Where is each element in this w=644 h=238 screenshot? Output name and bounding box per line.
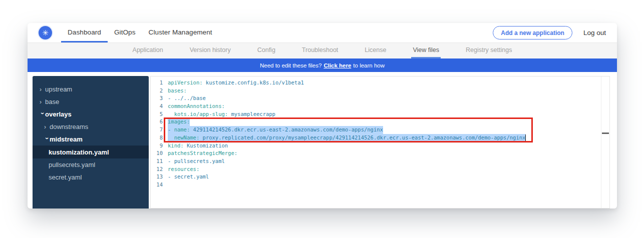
code-line: 14 <box>151 181 609 189</box>
code-text: patchesStrategicMerge: <box>168 150 237 158</box>
code-text: resources: <box>168 166 199 174</box>
editor-scrollbar-track <box>601 76 601 208</box>
tree-folder-overlays[interactable]: ›overlays <box>33 108 149 120</box>
admin-console-window: ✳ DashboardGitOpsCluster Management Add … <box>28 23 617 208</box>
line-number: 14 <box>151 181 168 189</box>
chevron-right-icon: › <box>40 98 45 106</box>
line-number: 1 <box>151 79 168 87</box>
tree-item-label: secret.yaml <box>49 174 82 181</box>
code-line: 8 newName: proxy.replicated.com/proxy/my… <box>151 134 609 142</box>
view-files-content: ›upstream›base›overlays›downstreams›mids… <box>28 72 617 208</box>
code-text-selected: newName: proxy.replicated.com/proxy/mysa… <box>168 134 526 142</box>
line-number: 5 <box>151 110 168 118</box>
code-line: 2bases: <box>151 87 609 95</box>
line-number: 11 <box>151 158 168 166</box>
chevron-down-icon: › <box>44 137 51 142</box>
tab-application[interactable]: Application <box>131 43 165 58</box>
tree-folder-upstream[interactable]: ›upstream <box>33 83 149 96</box>
code-text: bases: <box>168 87 187 95</box>
add-application-button[interactable]: Add a new application <box>493 26 572 40</box>
line-number: 7 <box>151 126 168 134</box>
code-text: commonAnnotations: <box>168 102 225 110</box>
line-number: 12 <box>151 166 168 174</box>
file-tree-sidebar: ›upstream›base›overlays›downstreams›mids… <box>33 76 149 208</box>
app-sub-nav: ApplicationVersion historyConfigTroubles… <box>28 43 617 58</box>
tree-file-secret-yaml[interactable]: secret.yaml <box>33 171 149 184</box>
line-number: 2 <box>151 87 168 95</box>
tree-folder-downstreams[interactable]: ›downstreams <box>33 120 149 133</box>
tab-version-history[interactable]: Version history <box>188 43 232 58</box>
text-cursor <box>525 134 526 141</box>
yaml-file-viewer[interactable]: 1apiVersion: kustomize.config.k8s.io/v1b… <box>150 76 610 208</box>
code-text: kind: Kustomization <box>168 142 228 150</box>
code-text: - pullsecrets.yaml <box>168 158 225 166</box>
code-line: 5 kots.io/app-slug: mysampleecrapp <box>151 110 609 118</box>
code-line: 13- secret.yaml <box>151 173 609 181</box>
tab-view-files[interactable]: View files <box>411 43 441 58</box>
tab-troubleshoot[interactable]: Troubleshoot <box>300 43 340 58</box>
line-number: 8 <box>151 134 168 142</box>
line-number: 6 <box>151 118 168 126</box>
chevron-down-icon: › <box>39 112 46 118</box>
code-text-selected: images: <box>168 118 190 126</box>
code-text: - ../../base <box>168 94 206 102</box>
tab-config[interactable]: Config <box>256 43 277 58</box>
code-line: 10patchesStrategicMerge: <box>151 150 609 158</box>
banner-text-suffix: to learn how <box>353 62 385 68</box>
line-number: 4 <box>151 102 168 110</box>
tree-item-label: kustomization.yaml <box>49 148 109 156</box>
tab-registry-settings[interactable]: Registry settings <box>464 43 513 58</box>
chevron-right-icon: › <box>44 124 50 130</box>
code-line: 6images: <box>151 118 609 126</box>
top-nav-right: Add a new application Log out <box>493 23 606 42</box>
code-line: 11- pullsecrets.yaml <box>151 158 609 166</box>
tree-item-label: overlays <box>45 110 72 118</box>
code-text: apiVersion: kustomize.config.k8s.io/v1be… <box>168 79 304 87</box>
kubernetes-logo-icon: ✳ <box>39 26 52 40</box>
code-line: 9kind: Kustomization <box>151 142 609 150</box>
code-line: 7- name: 429114214526.dkr.ecr.us-east-2.… <box>151 126 609 134</box>
tree-item-label: base <box>45 98 59 106</box>
edit-files-banner: Need to edit these files? Click here to … <box>28 58 617 72</box>
chevron-right-icon: › <box>40 86 45 93</box>
tree-file-pullsecrets-yaml[interactable]: pullsecrets.yaml <box>33 158 149 171</box>
tree-item-label: pullsecrets.yaml <box>49 161 95 168</box>
code-text: kots.io/app-slug: mysampleecrapp <box>168 110 275 118</box>
code-line: 1apiVersion: kustomize.config.k8s.io/v1b… <box>151 79 609 87</box>
tab-license[interactable]: License <box>363 43 388 58</box>
code-line: 12resources: <box>151 166 609 174</box>
code-line: 4commonAnnotations: <box>151 102 609 110</box>
tree-folder-base[interactable]: ›base <box>33 96 149 108</box>
banner-click-here-link[interactable]: Click here <box>324 62 351 68</box>
nav-item-gitops[interactable]: GitOps <box>108 23 142 42</box>
nav-item-cluster-management[interactable]: Cluster Management <box>142 23 219 42</box>
line-number: 3 <box>151 94 168 102</box>
tree-item-label: midstream <box>50 136 83 143</box>
banner-text-prefix: Need to edit these files? <box>260 62 321 68</box>
line-number: 13 <box>151 173 168 181</box>
tree-item-label: downstreams <box>50 123 88 130</box>
code-line: 3- ../../base <box>151 94 609 102</box>
nav-item-dashboard[interactable]: Dashboard <box>61 23 108 42</box>
editor-scrollbar-thumb[interactable] <box>602 132 609 134</box>
code-text-selected: - name: 429114214526.dkr.ecr.us-east-2.a… <box>168 126 383 134</box>
line-number: 10 <box>151 150 168 158</box>
top-nav-items: DashboardGitOpsCluster Management <box>61 23 219 42</box>
code-text: - secret.yaml <box>168 173 209 181</box>
tree-item-label: upstream <box>45 86 72 93</box>
logo-wrap: ✳ <box>39 23 52 42</box>
tree-folder-midstream[interactable]: ›midstream <box>33 133 149 146</box>
tree-file-kustomization-yaml[interactable]: kustomization.yaml <box>33 146 149 158</box>
line-number: 9 <box>151 142 168 150</box>
logout-link[interactable]: Log out <box>583 29 606 36</box>
top-nav: ✳ DashboardGitOpsCluster Management Add … <box>28 23 617 43</box>
